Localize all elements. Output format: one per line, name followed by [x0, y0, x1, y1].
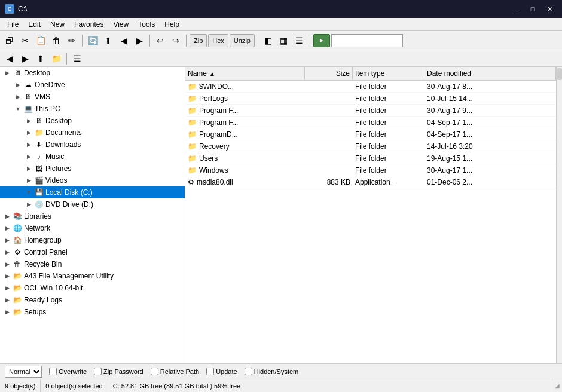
tree-expander-videos[interactable]: ▶ — [24, 176, 33, 185]
checkbox-update[interactable] — [206, 368, 214, 375]
tree-item-downloads[interactable]: ▶⬇Downloads — [0, 139, 185, 151]
table-row[interactable]: 📁Program F...File folder04-Sep-17 1... — [185, 117, 556, 128]
checkbox-relativepath[interactable] — [151, 368, 158, 375]
col-header-name[interactable]: Name ▲ — [185, 67, 305, 80]
tree-expander-oclwin[interactable]: ▶ — [2, 283, 12, 293]
checkbox-zippassword[interactable] — [94, 368, 102, 375]
toolbar-delete-btn[interactable]: 🗑 — [49, 33, 63, 48]
tree-expander-a43[interactable]: ▶ — [2, 271, 12, 281]
tree-expander-onedrive[interactable]: ▶ — [13, 80, 23, 90]
resize-grip[interactable]: ◢ — [552, 381, 562, 391]
toolbar-view1-btn[interactable]: ◧ — [261, 33, 276, 48]
table-row[interactable]: 📁UsersFile folder19-Aug-15 1... — [185, 152, 556, 164]
unzip-button[interactable]: Unzip — [230, 34, 255, 47]
tree-item-recyclebin[interactable]: ▶🗑Recycle Bin — [0, 258, 185, 270]
tree-item-oclwin[interactable]: ▶📂OCL Win 10 64-bit — [0, 282, 185, 294]
toolbar-back-btn[interactable]: ◀ — [117, 33, 131, 48]
toolbar-up-btn[interactable]: ⬆ — [101, 33, 115, 48]
scroll-thumb[interactable] — [557, 68, 562, 80]
tree-expander-desktop[interactable]: ▶ — [2, 68, 12, 78]
option-overwrite[interactable]: Overwrite — [49, 368, 87, 375]
tree-item-controlpanel[interactable]: ▶⚙Control Panel — [0, 246, 185, 258]
option-relativepath[interactable]: Relative Path — [151, 368, 199, 375]
toolbar-view3-btn[interactable]: ☰ — [292, 33, 307, 48]
menu-item-view[interactable]: View — [108, 19, 133, 30]
checkbox-hiddenSystem[interactable] — [245, 368, 252, 375]
tree-item-dvddrive[interactable]: ▶💿DVD Drive (D:) — [0, 198, 185, 210]
table-row[interactable]: 📁PerfLogsFile folder10-Jul-15 14... — [185, 93, 556, 105]
tree-expander-network[interactable]: ▶ — [2, 223, 12, 233]
tree-expander-homegroup[interactable]: ▶ — [2, 235, 12, 245]
col-header-date[interactable]: Date modified — [424, 67, 556, 80]
toolbar-paste-btn[interactable]: 📋 — [33, 33, 48, 48]
search-input[interactable] — [331, 34, 403, 47]
tree-expander-recyclebin[interactable]: ▶ — [2, 259, 12, 269]
toolbar-refresh-btn[interactable]: 🔄 — [85, 33, 100, 48]
col-header-size[interactable]: Size — [305, 67, 353, 80]
tree-expander-setups[interactable]: ▶ — [2, 307, 12, 317]
tree-item-videos[interactable]: ▶🎬Videos — [0, 174, 185, 186]
tree-item-pc-desktop[interactable]: ▶🖥Desktop — [0, 115, 185, 127]
tree-item-setups[interactable]: ▶📂Setups — [0, 306, 185, 318]
tree-item-a43[interactable]: ▶📂A43 File Management Utility — [0, 270, 185, 282]
maximize-button[interactable]: □ — [525, 3, 540, 15]
hex-button[interactable]: Hex — [208, 34, 228, 47]
toolbar-view2-btn[interactable]: ▦ — [277, 33, 291, 48]
tree-expander-downloads[interactable]: ▶ — [24, 140, 33, 149]
tree-item-localdisk[interactable]: ▼💾Local Disk (C:) — [0, 186, 185, 198]
option-zippassword[interactable]: Zip Password — [94, 368, 143, 375]
tree-item-documents[interactable]: ▶📁Documents — [0, 127, 185, 139]
tree-item-network[interactable]: ▶🌐Network — [0, 222, 185, 234]
menu-item-file[interactable]: File — [2, 19, 23, 30]
tree-expander-thispc[interactable]: ▼ — [13, 104, 23, 114]
tree-item-readylogs[interactable]: ▶📂Ready Logs — [0, 294, 185, 306]
zip-button[interactable]: Zip — [190, 34, 207, 47]
close-button[interactable]: ✕ — [542, 3, 557, 15]
tree-item-desktop[interactable]: ▶🖥Desktop — [0, 67, 185, 79]
table-row[interactable]: ⚙msdia80.dll883 KBApplication _01-Dec-06… — [185, 176, 556, 188]
tree-expander-pc-desktop[interactable]: ▶ — [24, 116, 33, 125]
tree-expander-music[interactable]: ▶ — [24, 152, 33, 161]
toolbar-redo-btn[interactable]: ↪ — [169, 33, 183, 48]
tree-expander-controlpanel[interactable]: ▶ — [2, 247, 12, 257]
checkbox-overwrite[interactable] — [49, 368, 57, 375]
tree-expander-pictures[interactable]: ▶ — [24, 164, 33, 173]
tree-item-music[interactable]: ▶♪Music — [0, 151, 185, 163]
tree-expander-dvddrive[interactable]: ▶ — [24, 200, 33, 209]
option-hiddenSystem[interactable]: Hidden/System — [245, 368, 299, 375]
nav-forward-btn[interactable]: ▶ — [18, 51, 32, 66]
tree-expander-documents[interactable]: ▶ — [24, 128, 33, 137]
table-row[interactable]: 📁WindowsFile folder30-Aug-17 1... — [185, 164, 556, 176]
tree-item-onedrive[interactable]: ▶☁OneDrive — [0, 79, 185, 91]
tree-item-homegroup[interactable]: ▶🏠Homegroup — [0, 234, 185, 246]
table-row[interactable]: 📁ProgramD...File folder04-Sep-17 1... — [185, 128, 556, 140]
menu-item-tools[interactable]: Tools — [133, 19, 160, 30]
nav-up-btn[interactable]: ⬆ — [33, 51, 48, 66]
nav-new-btn[interactable]: 📁 — [49, 51, 63, 66]
col-header-type[interactable]: Item type — [353, 67, 424, 80]
tree-expander-localdisk[interactable]: ▼ — [24, 188, 33, 197]
tree-item-thispc[interactable]: ▼💻This PC — [0, 103, 185, 115]
toolbar-rename-btn[interactable]: ✏ — [65, 33, 79, 48]
menu-item-new[interactable]: New — [45, 19, 69, 30]
nav-view-btn[interactable]: ☰ — [70, 51, 84, 66]
toolbar-undo-btn[interactable]: ↩ — [153, 33, 167, 48]
menu-item-favorites[interactable]: Favorites — [69, 19, 108, 30]
tree-item-libraries[interactable]: ▶📚Libraries — [0, 210, 185, 222]
tree-item-pictures[interactable]: ▶🖼Pictures — [0, 163, 185, 174]
minimize-button[interactable]: — — [508, 3, 524, 15]
tree-item-vms[interactable]: ▶🖥VMS — [0, 91, 185, 103]
mode-select[interactable]: NormalFastBest — [5, 366, 42, 378]
tree-expander-libraries[interactable]: ▶ — [2, 212, 12, 221]
scrollbar[interactable] — [556, 67, 562, 363]
toolbar-copy-btn[interactable]: 🗗 — [2, 33, 17, 48]
menu-item-edit[interactable]: Edit — [23, 19, 45, 30]
table-row[interactable]: 📁$WINDO...File folder30-Aug-17 8... — [185, 81, 556, 93]
nav-back-btn[interactable]: ◀ — [2, 51, 17, 66]
go-button[interactable]: ► — [313, 34, 330, 47]
tree-expander-readylogs[interactable]: ▶ — [2, 295, 12, 305]
toolbar-forward-btn[interactable]: ▶ — [132, 33, 146, 48]
toolbar-cut-btn[interactable]: ✂ — [18, 33, 32, 48]
menu-item-help[interactable]: Help — [160, 19, 184, 30]
option-update[interactable]: Update — [206, 368, 237, 375]
